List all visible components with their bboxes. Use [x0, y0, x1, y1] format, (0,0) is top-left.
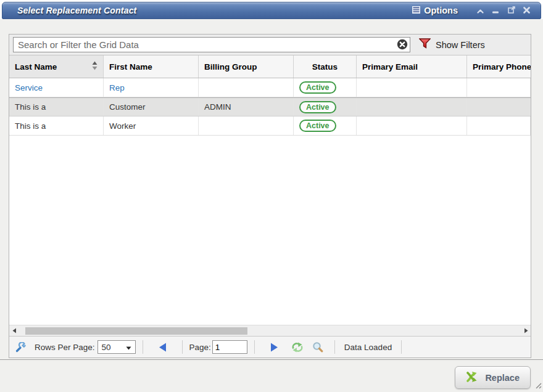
table-row[interactable]: This is a Worker Active	[9, 116, 531, 136]
list-icon	[412, 5, 420, 16]
page-label: Page:	[189, 343, 211, 352]
column-header-primary-phone[interactable]: Primary Phone	[467, 55, 531, 78]
options-label: Options	[424, 6, 458, 15]
titlebar[interactable]: Select Replacement Contact Options	[2, 2, 541, 19]
minimize-button[interactable]	[488, 4, 504, 17]
cell-primary-email	[357, 116, 467, 135]
status-badge: Active	[299, 101, 336, 113]
chevron-up-icon	[477, 5, 484, 16]
resize-grip-icon[interactable]	[534, 380, 542, 391]
chevron-down-icon	[126, 343, 131, 352]
scrollbar-track[interactable]	[19, 327, 521, 335]
scroll-right-icon[interactable]	[521, 328, 531, 333]
cell-status: Active	[294, 98, 357, 116]
cell-last-name: Service	[9, 78, 104, 97]
data-loaded-status: Data Loaded	[344, 343, 392, 352]
status-badge: Active	[299, 120, 336, 132]
column-label: Primary Email	[362, 62, 418, 71]
divider	[143, 340, 143, 354]
cell-last-name: This is a	[9, 116, 104, 135]
table-row[interactable]: Service Rep Active	[9, 78, 531, 97]
grid-search-bar: Show Filters	[9, 35, 531, 55]
cell-primary-phone	[467, 116, 531, 135]
status-badge: Active	[299, 81, 336, 94]
scrollbar-thumb[interactable]	[25, 327, 247, 335]
divider	[182, 340, 183, 354]
dialog-body: Show Filters Last Name First Name Billin…	[0, 19, 543, 392]
grid-pager: Rows Per Page: 50 Page:	[9, 336, 531, 357]
cell-primary-email	[357, 98, 467, 116]
refresh-icon[interactable]	[291, 342, 304, 353]
column-label: Status	[312, 62, 338, 71]
cell-first-name: Worker	[104, 116, 199, 135]
options-button[interactable]: Options	[412, 5, 458, 16]
cell-primary-phone	[467, 78, 531, 97]
filter-funnel-icon	[419, 38, 431, 51]
contacts-grid: Show Filters Last Name First Name Billin…	[9, 34, 531, 358]
dialog-window: Select Replacement Contact Options	[0, 0, 543, 392]
footer-divider	[0, 359, 543, 360]
column-label: Primary Phone	[473, 62, 531, 71]
cell-first-name: Rep	[104, 78, 199, 97]
search-input[interactable]	[13, 37, 410, 52]
scroll-left-icon[interactable]	[9, 328, 19, 333]
minus-icon	[492, 5, 499, 16]
show-filters-label: Show Filters	[436, 40, 485, 50]
divider	[401, 340, 402, 354]
cell-billing-group: ADMIN	[199, 98, 294, 116]
column-label: Billing Group	[204, 62, 257, 71]
cell-last-name: This is a	[9, 98, 104, 116]
wrench-icon[interactable]	[15, 342, 26, 353]
column-label: First Name	[109, 62, 152, 71]
page-number-input[interactable]	[212, 340, 247, 354]
cell-billing-group	[199, 116, 294, 135]
divider	[334, 340, 335, 354]
clear-search-icon[interactable]	[397, 39, 408, 50]
close-icon	[523, 5, 530, 16]
swap-arrows-icon	[466, 371, 479, 385]
grid-empty-area	[9, 136, 531, 325]
popout-icon	[508, 5, 515, 16]
collapse-button[interactable]	[473, 4, 488, 17]
next-page-button[interactable]	[262, 343, 287, 352]
replace-button[interactable]: Replace	[455, 366, 531, 389]
column-header-billing-group[interactable]: Billing Group	[199, 55, 294, 78]
column-header-status[interactable]: Status	[294, 55, 357, 78]
column-header-last-name[interactable]: Last Name	[9, 55, 104, 78]
rows-per-page-label: Rows Per Page:	[35, 343, 95, 352]
dialog-title: Select Replacement Contact	[17, 6, 136, 15]
magnifier-icon[interactable]	[312, 341, 323, 353]
column-header-primary-email[interactable]: Primary Email	[357, 55, 467, 78]
prev-page-button[interactable]	[150, 343, 175, 352]
cell-status: Active	[294, 78, 357, 97]
cell-billing-group	[199, 78, 294, 97]
close-button[interactable]	[519, 4, 534, 17]
column-header-first-name[interactable]: First Name	[104, 55, 199, 78]
cell-primary-phone	[467, 98, 531, 116]
cell-primary-email	[357, 78, 467, 97]
column-label: Last Name	[15, 62, 57, 71]
popout-button[interactable]	[504, 4, 519, 17]
rows-per-page-select[interactable]: 50	[97, 340, 136, 354]
horizontal-scrollbar[interactable]	[9, 325, 531, 336]
grid-header-row: Last Name First Name Billing Group Statu…	[9, 55, 531, 78]
show-filters-button[interactable]: Show Filters	[419, 38, 485, 51]
cell-first-name: Customer	[104, 98, 199, 116]
cell-status: Active	[294, 116, 357, 135]
sort-arrows-icon	[92, 61, 97, 72]
rows-per-page-value: 50	[102, 343, 111, 352]
replace-label: Replace	[485, 373, 520, 383]
table-row[interactable]: This is a Customer ADMIN Active	[9, 97, 531, 116]
divider	[254, 340, 255, 354]
